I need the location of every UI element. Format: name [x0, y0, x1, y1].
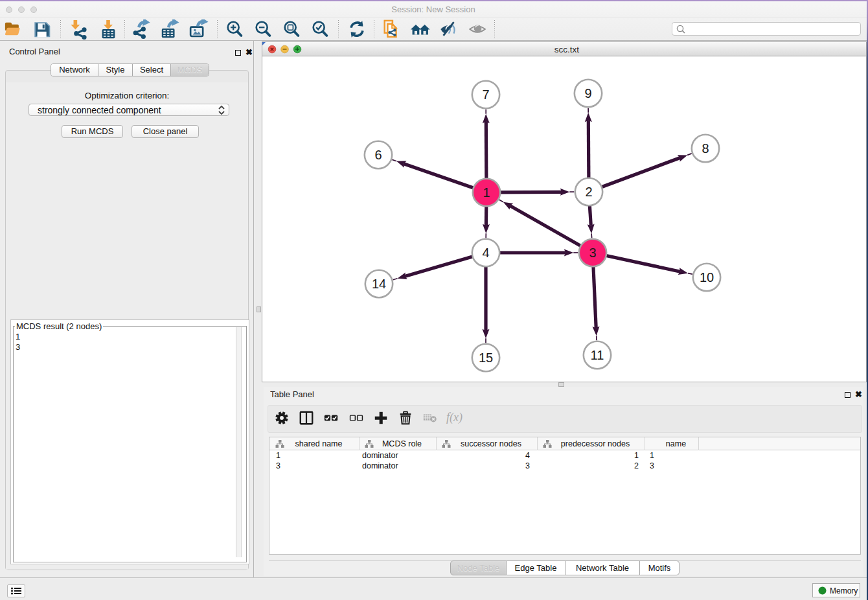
svg-text:2: 2	[585, 185, 592, 199]
svg-text:9: 9	[584, 86, 591, 100]
svg-text:11: 11	[591, 348, 604, 362]
svg-text:4: 4	[482, 246, 489, 260]
svg-text:10: 10	[700, 270, 714, 284]
svg-text:14: 14	[372, 277, 386, 291]
svg-text:6: 6	[374, 148, 382, 162]
svg-text:7: 7	[482, 87, 489, 102]
svg-text:1: 1	[483, 185, 490, 200]
svg-text:8: 8	[702, 141, 709, 156]
svg-text:3: 3	[589, 246, 596, 260]
svg-text:15: 15	[479, 351, 493, 365]
